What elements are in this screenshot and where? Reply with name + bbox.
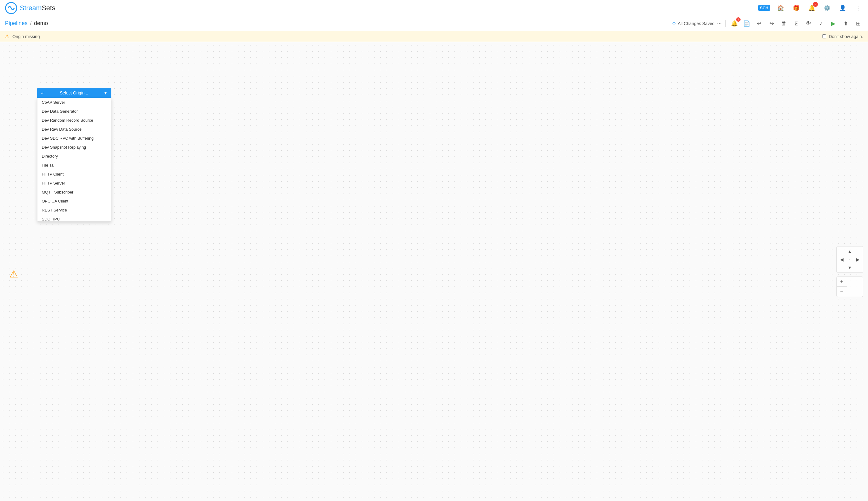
zoom-in-button[interactable]: +: [837, 277, 847, 287]
logo-icon: [5, 2, 17, 14]
all-saved-status: ⊙ All Changes Saved: [672, 21, 715, 26]
delete-button[interactable]: 🗑: [779, 19, 789, 29]
copy-button[interactable]: ⎘: [791, 19, 801, 29]
nav-icons: SCH 🏠 🎁 🔔 2 ⚙️ 👤 ⋮: [758, 3, 863, 13]
home-button[interactable]: 🏠: [776, 3, 786, 13]
dropdown-selected[interactable]: ✓ Select Origin... ▼: [37, 88, 111, 98]
breadcrumb-separator: /: [30, 20, 32, 26]
more-nav-button[interactable]: ⋮: [853, 3, 863, 13]
toolbar-more-dots[interactable]: ···: [717, 20, 722, 26]
dropdown-item[interactable]: OPC UA Client: [37, 196, 111, 206]
logo: StreamSets: [5, 2, 55, 14]
bell-button[interactable]: 🔔 2: [807, 3, 817, 13]
grid-button[interactable]: ⊞: [853, 19, 863, 29]
dropdown-item[interactable]: Dev Raw Data Source: [37, 125, 111, 134]
nav-pad: ▲ ◀ · ▶ ▼: [836, 246, 863, 273]
check-icon: ⊙: [672, 21, 676, 26]
dropdown-item[interactable]: REST Service: [37, 206, 111, 215]
origin-dropdown: ✓ Select Origin... ▼ CoAP ServerDev Data…: [37, 88, 111, 222]
dropdown-item[interactable]: SDC RPC: [37, 215, 111, 222]
share-button[interactable]: ⬆: [841, 19, 851, 29]
dropdown-item[interactable]: HTTP Client: [37, 170, 111, 179]
dropdown-item[interactable]: CoAP Server: [37, 98, 111, 107]
dropdown-item[interactable]: HTTP Server: [37, 179, 111, 188]
top-nav: StreamSets SCH 🏠 🎁 🔔 2 ⚙️ 👤 ⋮: [0, 0, 868, 16]
dropdown-selected-label: Select Origin...: [60, 90, 88, 95]
gift-button[interactable]: 🎁: [791, 3, 801, 13]
zoom-btn-group: + −: [836, 277, 863, 297]
main-area: ⚠ ✓ Select Origin... ▼ CoAP ServerDev Da…: [0, 42, 868, 501]
play-button[interactable]: ▶: [828, 19, 838, 29]
warning-banner: ⚠ Origin missing Don't show again.: [0, 31, 868, 42]
validate-button[interactable]: ✓: [816, 19, 826, 29]
pipelines-link[interactable]: Pipelines: [5, 20, 28, 26]
dropdown-list[interactable]: CoAP ServerDev Data GeneratorDev Random …: [37, 98, 111, 222]
settings-button[interactable]: ⚙️: [822, 3, 832, 13]
nav-left-button[interactable]: ◀: [838, 256, 845, 263]
dropdown-item[interactable]: Dev Data Generator: [37, 107, 111, 116]
warning-text: Origin missing: [12, 34, 40, 39]
toolbar-bell-badge: 2: [736, 17, 740, 22]
notifications-toolbar-button[interactable]: 🔔 2: [729, 19, 739, 29]
warning-right: Don't show again.: [822, 34, 863, 39]
sch-badge[interactable]: SCH: [758, 5, 770, 11]
dropdown-item[interactable]: MQTT Subscriber: [37, 188, 111, 196]
dont-show-label: Don't show again.: [829, 34, 863, 39]
nav-up-button[interactable]: ▲: [846, 248, 854, 255]
breadcrumb: Pipelines / demo: [5, 20, 48, 26]
dont-show-checkbox[interactable]: [822, 34, 826, 39]
user-button[interactable]: 👤: [838, 3, 848, 13]
undo-button[interactable]: ↩: [754, 19, 764, 29]
canvas[interactable]: ⚠ ✓ Select Origin... ▼ CoAP ServerDev Da…: [0, 42, 868, 501]
logo-text: StreamSets: [20, 4, 55, 12]
preview-button[interactable]: 👁: [804, 19, 814, 29]
chevron-down-icon: ▼: [103, 90, 108, 95]
toolbar-divider-1: [725, 20, 726, 27]
canvas-warning-icon: ⚠: [9, 268, 18, 280]
info-toolbar-button[interactable]: 📄: [742, 19, 752, 29]
dropdown-item[interactable]: File Tail: [37, 161, 111, 170]
zoom-controls: ▲ ◀ · ▶ ▼ + −: [836, 246, 863, 297]
bell-badge: 2: [813, 2, 818, 7]
dropdown-item[interactable]: Dev Snapshot Replaying: [37, 143, 111, 152]
nav-right-button[interactable]: ▶: [854, 256, 861, 263]
dropdown-item[interactable]: Dev SDC RPC with Buffering: [37, 134, 111, 143]
redo-button[interactable]: ↪: [767, 19, 777, 29]
warning-icon: ⚠: [5, 33, 9, 39]
pipeline-name: demo: [34, 20, 48, 26]
dropdown-item[interactable]: Directory: [37, 152, 111, 161]
checkmark-icon: ✓: [41, 90, 45, 95]
nav-down-button[interactable]: ▼: [846, 264, 854, 271]
all-saved-label: All Changes Saved: [678, 21, 715, 26]
toolbar: Pipelines / demo ⊙ All Changes Saved ···…: [0, 16, 868, 31]
zoom-out-button[interactable]: −: [837, 287, 847, 297]
dropdown-item[interactable]: Dev Random Record Source: [37, 116, 111, 125]
nav-center-button[interactable]: ·: [846, 256, 854, 263]
